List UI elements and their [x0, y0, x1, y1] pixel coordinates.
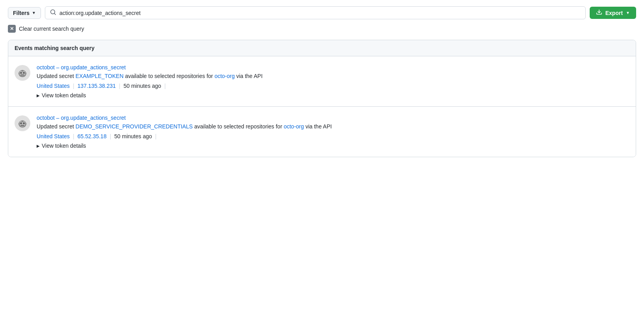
- svg-rect-16: [21, 125, 24, 126]
- secret-name-link[interactable]: DEMO_SERVICE_PROVIDER_CREDENTIALS: [76, 123, 193, 130]
- event-title: octobot – org.update_actions_secret: [37, 64, 629, 71]
- event-content: octobot – org.update_actions_secret Upda…: [37, 64, 629, 98]
- table-row: octobot – org.update_actions_secret Upda…: [8, 107, 636, 157]
- svg-point-4: [23, 72, 25, 74]
- svg-rect-5: [21, 75, 24, 76]
- meta-separator: |: [73, 83, 74, 89]
- svg-rect-19: [21, 121, 23, 122]
- svg-point-15: [23, 123, 25, 124]
- export-button[interactable]: Export ▼: [590, 7, 636, 19]
- svg-point-21: [24, 121, 24, 121]
- event-description: Updated secret EXAMPLE_TOKEN available t…: [37, 72, 629, 80]
- meta-separator: |: [119, 83, 120, 89]
- event-description: Updated secret DEMO_SERVICE_PROVIDER_CRE…: [37, 123, 629, 131]
- svg-point-3: [20, 72, 22, 74]
- export-label: Export: [605, 10, 623, 16]
- svg-point-9: [21, 70, 22, 71]
- triangle-icon: ▶: [37, 93, 40, 98]
- timestamp: 50 minutes ago: [114, 133, 152, 139]
- ip-link[interactable]: 137.135.38.231: [78, 83, 116, 89]
- location-link[interactable]: United States: [37, 83, 70, 89]
- filters-chevron-icon: ▼: [32, 11, 36, 15]
- event-meta: United States | 65.52.35.18 | 50 minutes…: [37, 133, 629, 139]
- filters-button[interactable]: Filters ▼: [8, 7, 41, 19]
- view-token-details[interactable]: ▶ View token details: [37, 143, 629, 149]
- events-header: Events matching search query: [8, 40, 636, 56]
- org-name-link[interactable]: octo-org: [284, 123, 304, 130]
- view-token-label: View token details: [42, 143, 86, 149]
- event-meta: United States | 137.135.38.231 | 50 minu…: [37, 83, 629, 89]
- svg-point-14: [20, 123, 22, 124]
- event-content: octobot – org.update_actions_secret Upda…: [37, 115, 629, 149]
- view-token-label: View token details: [42, 92, 86, 98]
- search-box: [45, 6, 586, 19]
- ip-link[interactable]: 65.52.35.18: [78, 133, 107, 139]
- filters-label: Filters: [13, 10, 30, 16]
- secret-name-link[interactable]: EXAMPLE_TOKEN: [76, 73, 124, 79]
- svg-rect-17: [19, 123, 20, 125]
- timestamp: 50 minutes ago: [124, 83, 161, 89]
- meta-separator: |: [155, 133, 157, 139]
- svg-rect-8: [21, 70, 23, 72]
- clear-icon: ✕: [8, 25, 16, 33]
- meta-separator: |: [110, 133, 111, 139]
- svg-rect-18: [25, 123, 26, 125]
- top-bar: Filters ▼ Export ▼: [8, 6, 636, 19]
- clear-query-bar[interactable]: ✕ Clear current search query: [8, 25, 636, 33]
- location-link[interactable]: United States: [37, 133, 70, 139]
- svg-point-10: [24, 70, 24, 71]
- search-input[interactable]: [59, 10, 581, 16]
- event-title-link[interactable]: octobot – org.update_actions_secret: [37, 115, 126, 121]
- export-chevron-icon: ▼: [626, 11, 630, 15]
- events-container: Events matching search query octobot – o: [8, 40, 636, 157]
- table-row: octobot – org.update_actions_secret Upda…: [8, 56, 636, 107]
- event-title: octobot – org.update_actions_secret: [37, 115, 629, 121]
- clear-query-label: Clear current search query: [19, 26, 84, 32]
- svg-rect-6: [19, 72, 20, 74]
- export-download-icon: [596, 9, 602, 17]
- meta-separator: |: [73, 133, 74, 139]
- search-icon: [50, 9, 56, 17]
- meta-separator: |: [164, 83, 166, 89]
- avatar: [15, 115, 30, 131]
- org-name-link[interactable]: octo-org: [215, 73, 235, 79]
- event-title-link[interactable]: octobot – org.update_actions_secret: [37, 64, 126, 71]
- view-token-details[interactable]: ▶ View token details: [37, 92, 629, 98]
- svg-point-20: [21, 121, 22, 121]
- svg-rect-7: [25, 72, 26, 74]
- avatar: [15, 65, 30, 81]
- triangle-icon: ▶: [37, 144, 40, 148]
